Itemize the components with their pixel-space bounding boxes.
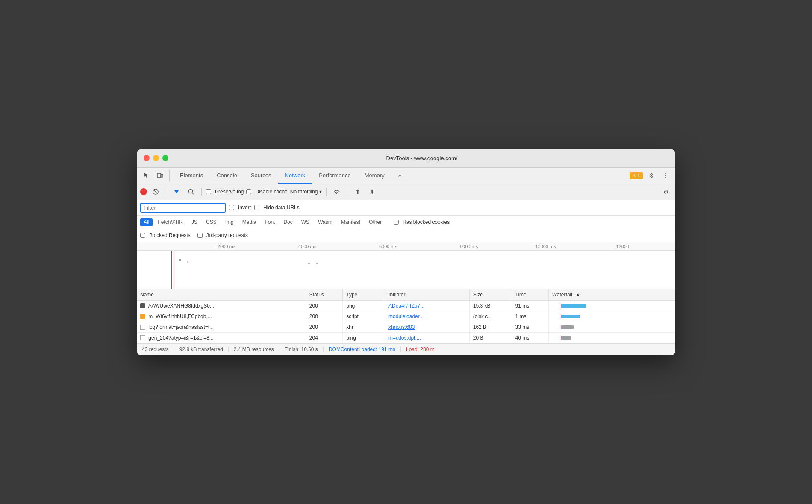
preserve-log-checkbox[interactable]	[206, 189, 211, 194]
notification-count: 1	[638, 173, 640, 178]
invert-label[interactable]: Invert	[229, 205, 251, 211]
filter-all[interactable]: All	[140, 218, 153, 226]
filter-media[interactable]: Media	[239, 218, 260, 226]
timeline-area: 2000 ms 4000 ms 6000 ms 8000 ms 10000 ms…	[137, 242, 675, 289]
filter-other[interactable]: Other	[365, 218, 385, 226]
has-blocked-cookies-label: Has blocked cookies	[403, 219, 450, 225]
cell-initiator-1[interactable]: ADea4I7IfZu7...	[385, 300, 470, 311]
throttle-selector[interactable]: No throttling ▾	[290, 189, 322, 195]
filter-wasm[interactable]: Wasm	[315, 218, 336, 226]
notification-icon: ⚠	[632, 173, 636, 179]
close-button[interactable]	[144, 155, 150, 161]
tab-sources[interactable]: Sources	[244, 167, 278, 184]
table-row[interactable]: AAWUweXANHG8IddxgS0... 200 png ADea4I7If…	[137, 300, 675, 311]
filter-css[interactable]: CSS	[203, 218, 220, 226]
cell-waterfall-3	[548, 322, 675, 332]
inspect-icon[interactable]	[140, 170, 152, 182]
clear-button[interactable]	[150, 186, 162, 198]
filter-input[interactable]	[144, 205, 221, 211]
col-name[interactable]: Name	[137, 289, 306, 301]
key-icon	[140, 314, 145, 319]
col-waterfall[interactable]: Waterfall ▲	[548, 289, 675, 301]
filter-doc[interactable]: Doc	[280, 218, 296, 226]
disable-cache-label[interactable]: Disable cache	[246, 189, 287, 195]
filter-manifest[interactable]: Manifest	[338, 218, 364, 226]
hide-data-urls-label[interactable]: Hide data URLs	[254, 205, 300, 211]
tabs-list: Elements Console Sources Network Perform…	[173, 167, 630, 184]
filter-row: Invert Hide data URLs	[137, 200, 675, 216]
tab-more[interactable]: »	[391, 167, 408, 184]
filter-icon[interactable]	[171, 186, 182, 198]
svg-rect-1	[161, 174, 163, 177]
table-header-row: Name Status Type Initiator Size Time Wat…	[137, 289, 675, 301]
cell-time-2: 1 ms	[512, 311, 548, 322]
window-title: DevTools - www.google.com/	[175, 155, 668, 161]
notification-badge[interactable]: ⚠ 1	[630, 172, 643, 179]
tabs-right-actions: ⚠ 1 ⚙ ⋮	[630, 170, 672, 182]
checkbox-icon-3	[140, 325, 145, 330]
tick-12000: 12000	[616, 244, 629, 249]
network-settings-icon[interactable]: ⚙	[660, 186, 672, 198]
more-options-icon[interactable]: ⋮	[660, 170, 672, 182]
col-type[interactable]: Type	[343, 289, 385, 301]
col-initiator[interactable]: Initiator	[385, 289, 470, 301]
wifi-icon[interactable]	[331, 186, 343, 198]
device-toolbar-icon[interactable]	[154, 170, 166, 182]
timeline-load-line	[174, 251, 174, 289]
cell-initiator-4[interactable]: m=cdos,dpf,...	[385, 332, 470, 343]
tab-console[interactable]: Console	[210, 167, 244, 184]
hide-data-urls-checkbox[interactable]	[254, 205, 259, 210]
tab-performance[interactable]: Performance	[312, 167, 357, 184]
tick-4000: 4000 ms	[298, 244, 316, 249]
filter-ws[interactable]: WS	[298, 218, 313, 226]
invert-checkbox[interactable]	[229, 205, 234, 210]
table-row[interactable]: gen_204?atyp=i&r=1&ei=8... 204 ping m=cd…	[137, 332, 675, 343]
filter-fetch-xhr[interactable]: Fetch/XHR	[154, 218, 186, 226]
settings-icon[interactable]: ⚙	[645, 170, 657, 182]
requests-table-container: Name Status Type Initiator Size Time Wat…	[137, 289, 675, 343]
filter-font[interactable]: Font	[261, 218, 278, 226]
tab-elements[interactable]: Elements	[173, 167, 210, 184]
table-row[interactable]: log?format=json&hasfast=t... 200 xhr xhr…	[137, 322, 675, 332]
table-row[interactable]: m=Wt6vjf,hhhU8,FCpbqb,... 200 script mod…	[137, 311, 675, 322]
col-size[interactable]: Size	[469, 289, 512, 301]
waterfall-sort-arrow: ▲	[575, 292, 580, 298]
cell-type-1: png	[343, 300, 385, 311]
svg-line-5	[192, 193, 194, 195]
third-party-label[interactable]: 3rd-party requests	[197, 232, 248, 238]
col-status[interactable]: Status	[306, 289, 342, 301]
minimize-button[interactable]	[153, 155, 159, 161]
filter-js[interactable]: JS	[188, 218, 201, 226]
download-button[interactable]: ⬇	[366, 186, 378, 198]
search-icon[interactable]	[185, 186, 197, 198]
filter-img[interactable]: Img	[222, 218, 237, 226]
requests-table: Name Status Type Initiator Size Time Wat…	[137, 289, 675, 343]
timeline-dom-line	[171, 251, 172, 289]
preserve-log-label[interactable]: Preserve log	[206, 189, 244, 195]
svg-point-4	[189, 190, 193, 193]
status-transferred: 92.9 kB transferred	[174, 346, 229, 352]
blocked-requests-row: Blocked Requests 3rd-party requests	[137, 229, 675, 242]
cell-status-3: 200	[306, 322, 342, 332]
titlebar: DevTools - www.google.com/	[137, 149, 675, 168]
filter-input-wrapper[interactable]	[140, 203, 226, 213]
status-bar: 43 requests 92.9 kB transferred 2.4 MB r…	[137, 343, 675, 355]
blocked-requests-label[interactable]: Blocked Requests	[140, 232, 191, 238]
svg-rect-0	[157, 173, 161, 178]
cell-initiator-3[interactable]: xhrio.js:683	[385, 322, 470, 332]
disable-cache-checkbox[interactable]	[246, 189, 251, 194]
upload-button[interactable]: ⬆	[352, 186, 364, 198]
checkbox-icon-4	[140, 335, 145, 340]
table-body: AAWUweXANHG8IddxgS0... 200 png ADea4I7If…	[137, 300, 675, 343]
maximize-button[interactable]	[162, 155, 168, 161]
third-party-checkbox[interactable]	[197, 233, 203, 238]
has-blocked-cookies-checkbox[interactable]	[394, 220, 399, 225]
tab-network[interactable]: Network	[278, 167, 312, 184]
cell-initiator-2[interactable]: moduleloader...	[385, 311, 470, 322]
cell-waterfall-4	[548, 332, 675, 343]
col-time[interactable]: Time	[512, 289, 548, 301]
toolbar-divider-3	[326, 188, 327, 196]
record-button[interactable]	[140, 188, 147, 195]
tab-memory[interactable]: Memory	[358, 167, 391, 184]
blocked-requests-checkbox[interactable]	[140, 233, 145, 238]
